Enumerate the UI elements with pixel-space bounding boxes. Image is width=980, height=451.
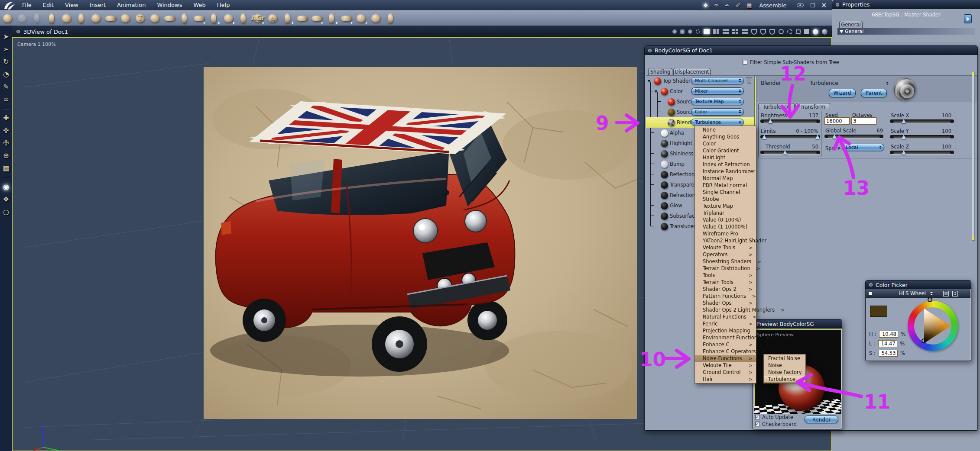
hls-field-input[interactable] bbox=[879, 350, 898, 357]
rotate-tool[interactable]: ↻ bbox=[0, 56, 12, 67]
expander-icon[interactable]: ▼ bbox=[655, 90, 659, 93]
pane-quad-icon[interactable] bbox=[732, 29, 738, 34]
shader-type-dropdown[interactable]: Multi Channel bbox=[691, 77, 744, 84]
detail-scrollbar[interactable] bbox=[972, 72, 975, 241]
camera-tool[interactable] bbox=[339, 12, 354, 25]
goblet-primitive-tool[interactable] bbox=[74, 12, 88, 25]
menu-option[interactable]: HairLight > bbox=[695, 154, 756, 161]
preview-titlebar[interactable]: Preview: BodyColorSG bbox=[753, 319, 842, 329]
hls-field-input[interactable] bbox=[879, 331, 898, 338]
vortex-primitive-tool[interactable] bbox=[118, 12, 133, 25]
delete-shader-icon[interactable] bbox=[746, 77, 752, 84]
menu-option[interactable]: PBR Metal normal > bbox=[695, 182, 756, 189]
menu-option[interactable]: Texture Map > bbox=[695, 203, 756, 209]
parent-button[interactable]: Parent bbox=[861, 89, 887, 97]
text-primitive-tool[interactable]: T bbox=[133, 12, 147, 25]
normals-circle-icon[interactable] bbox=[779, 29, 784, 34]
menu-option[interactable]: Color Gradient > bbox=[695, 147, 756, 154]
render-button[interactable]: Render bbox=[805, 416, 838, 423]
properties-titlebar[interactable]: Properties bbox=[832, 0, 980, 9]
menu-option[interactable]: Triplanar > bbox=[695, 209, 756, 216]
target-helper-tool[interactable] bbox=[368, 12, 383, 25]
pane-l-icon[interactable] bbox=[742, 29, 748, 34]
render-options-icon[interactable] bbox=[672, 29, 677, 34]
threshold-slider[interactable] bbox=[760, 150, 820, 155]
menu-option[interactable]: Environment Functions > bbox=[695, 334, 756, 341]
menu-option[interactable]: Value (0-100%) > bbox=[695, 216, 756, 223]
solid-cube-icon[interactable] bbox=[804, 29, 809, 34]
menu-item[interactable]: Web bbox=[188, 0, 211, 10]
select-arrow-tool[interactable]: ➤ bbox=[0, 31, 12, 42]
menu-option[interactable]: Enhance:C Operators > bbox=[695, 348, 756, 355]
sphere-primitive-tool[interactable] bbox=[59, 12, 74, 25]
scale-z-slider[interactable] bbox=[890, 150, 954, 155]
eyedropper-tool[interactable]: ✎ bbox=[0, 81, 12, 92]
menu-option[interactable]: Terrain Tools > bbox=[695, 279, 756, 286]
antialias-icon[interactable] bbox=[688, 29, 692, 34]
menu-option[interactable]: Tools > bbox=[695, 272, 756, 279]
move-xy-tool[interactable]: ✚ bbox=[0, 113, 12, 123]
bone-tool[interactable] bbox=[383, 12, 398, 25]
geodesic-primitive-tool[interactable] bbox=[88, 12, 103, 25]
brush-tool[interactable] bbox=[29, 12, 44, 25]
viewport-titlebar[interactable]: 3DView of Doc1 bbox=[12, 26, 832, 37]
menu-option[interactable]: Ground Control > bbox=[695, 369, 756, 376]
general-section-header[interactable]: ▼ General bbox=[837, 28, 975, 35]
picker-mode-label[interactable]: HLS Wheel bbox=[899, 290, 926, 296]
auto-update-checkbox[interactable]: ✓ bbox=[755, 415, 760, 419]
tab-shading[interactable]: Shading bbox=[648, 68, 672, 75]
shader-type-dropdown[interactable]: Texture Map bbox=[691, 98, 744, 105]
pointer-tool[interactable] bbox=[44, 12, 59, 25]
window-dot-icon[interactable] bbox=[16, 30, 20, 33]
window-dot-icon[interactable] bbox=[869, 283, 873, 287]
menu-option[interactable]: Anything Goos > bbox=[695, 133, 756, 140]
shader-tree-row[interactable]: ▼ Color Mixer bbox=[646, 86, 754, 97]
wire-globe-icon[interactable] bbox=[696, 29, 700, 34]
menu-option[interactable]: Single Channel > bbox=[695, 189, 756, 196]
camera-dolly-tool[interactable]: ◉ bbox=[0, 181, 12, 192]
expand-arrow-button[interactable] bbox=[964, 14, 972, 23]
shader-tree-row[interactable]: ▼ Top Shader Multi Channel bbox=[646, 76, 754, 86]
agr-plant-tool[interactable]: AGr bbox=[250, 12, 265, 25]
hue-marker[interactable] bbox=[928, 297, 932, 302]
submenu-option[interactable]: Turbulence bbox=[764, 376, 805, 383]
wire-shield-icon[interactable] bbox=[751, 29, 757, 35]
hls-wheel[interactable] bbox=[908, 301, 958, 351]
menu-option[interactable]: Pattern Functions > bbox=[695, 293, 756, 300]
octaves-input[interactable] bbox=[851, 117, 876, 125]
paint-brush-icon[interactable]: ✑ bbox=[714, 2, 719, 9]
menu-item[interactable]: Edit bbox=[37, 0, 59, 10]
tab-turbulence[interactable]: Turbulence bbox=[758, 103, 795, 110]
chevron-down-icon[interactable] bbox=[886, 82, 889, 85]
menu-option[interactable]: Color > bbox=[695, 140, 756, 147]
fire-primitive-tool[interactable] bbox=[206, 12, 221, 25]
shader-type-dropdown[interactable]: Color bbox=[691, 108, 744, 116]
menu-option[interactable]: Noise Functions > bbox=[695, 355, 756, 362]
rock-primitive-tool[interactable] bbox=[191, 12, 206, 25]
brightness-slider[interactable] bbox=[760, 119, 820, 124]
textured-sphere-icon[interactable] bbox=[822, 29, 827, 35]
window-dot-icon[interactable] bbox=[648, 49, 652, 52]
close-icon[interactable]: × bbox=[821, 1, 827, 9]
bones-primitive-tool[interactable] bbox=[103, 12, 118, 25]
menu-option[interactable]: Fenric > bbox=[695, 320, 756, 327]
ocean-primitive-tool[interactable] bbox=[295, 12, 309, 25]
visibility-eye-icon[interactable] bbox=[797, 3, 804, 7]
flat-shield-icon[interactable] bbox=[769, 29, 775, 35]
tab-displacement[interactable]: Displacement bbox=[673, 68, 711, 75]
menu-option[interactable]: Instance Randomizer > bbox=[695, 168, 756, 175]
menu-item[interactable]: Windows bbox=[151, 0, 188, 10]
separator[interactable] bbox=[0, 176, 12, 179]
ground-plane-tool[interactable]: ▦ bbox=[0, 163, 12, 174]
pan-tool[interactable] bbox=[15, 12, 29, 25]
menu-option[interactable]: Shoestring Shaders > bbox=[695, 258, 756, 265]
menu-option[interactable]: Shader Ops 2 > bbox=[695, 286, 756, 293]
menu-option[interactable]: YAToon2 HairLight Shader > bbox=[695, 237, 756, 244]
menu-item[interactable]: Insert bbox=[84, 0, 111, 10]
hls-field-input[interactable] bbox=[878, 340, 897, 347]
menu-option[interactable]: Index of Refraction > bbox=[695, 161, 756, 168]
terrain-primitive-tool[interactable] bbox=[162, 12, 177, 25]
wire-cube-icon[interactable] bbox=[795, 29, 801, 34]
transform-arrow-tool[interactable]: ➢ bbox=[0, 44, 12, 55]
menu-option[interactable]: Shader Ops > bbox=[695, 300, 756, 306]
